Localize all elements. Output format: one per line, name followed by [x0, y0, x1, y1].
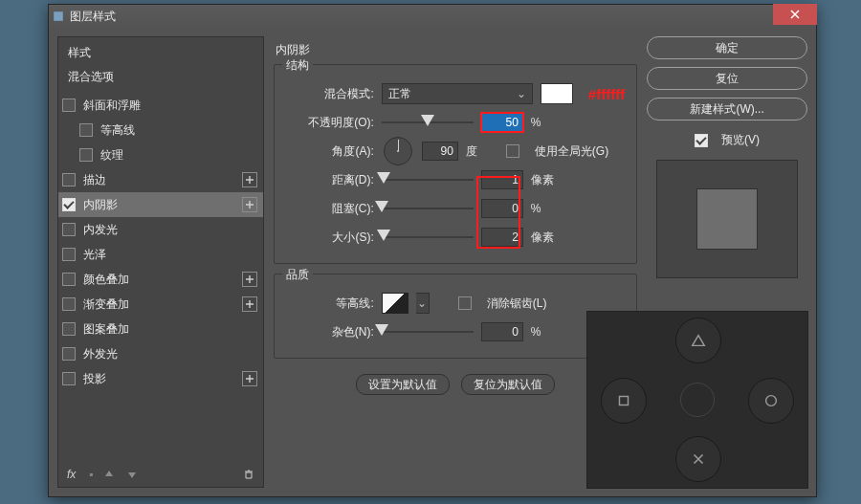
effect-checkbox[interactable] — [62, 223, 76, 236]
effect-label: 投影 — [83, 371, 106, 387]
effect-checkbox[interactable] — [62, 173, 76, 186]
reset-default-button[interactable]: 复位为默认值 — [461, 374, 555, 395]
effect-label: 渐变叠加 — [83, 296, 129, 313]
effect-row-0[interactable]: 斜面和浮雕 — [58, 93, 263, 118]
ok-button[interactable]: 确定 — [647, 36, 807, 59]
preview-box — [656, 160, 798, 278]
trash-icon[interactable] — [242, 468, 255, 481]
global-light-checkbox[interactable] — [506, 144, 519, 158]
effect-row-4[interactable]: 内阴影 — [58, 192, 263, 217]
make-default-button[interactable]: 设置为默认值 — [356, 374, 450, 395]
effect-label: 斜面和浮雕 — [83, 98, 141, 114]
effect-label: 光泽 — [83, 247, 106, 263]
effect-row-9[interactable]: 图案叠加 — [58, 317, 263, 341]
effect-row-2[interactable]: 纹理 — [58, 142, 263, 167]
preview-swatch — [696, 188, 758, 250]
distance-label: 距离(D): — [286, 172, 374, 188]
opacity-input[interactable]: 50 — [481, 113, 523, 132]
svg-text:fx: fx — [67, 469, 77, 480]
noise-input[interactable]: 0 — [481, 322, 523, 341]
effect-row-5[interactable]: 内发光 — [58, 217, 263, 242]
close-button[interactable] — [773, 4, 817, 25]
chevron-down-icon: ⌄ — [517, 87, 526, 100]
angle-unit: 度 — [466, 143, 493, 160]
effect-label: 图案叠加 — [83, 321, 129, 338]
choke-input[interactable]: 0 — [481, 199, 523, 218]
effect-row-10[interactable]: 外发光 — [58, 341, 263, 366]
size-input[interactable]: 2 — [481, 228, 523, 247]
effect-label: 外发光 — [83, 346, 118, 362]
layer-style-dialog: 图层样式 样式 混合选项 斜面和浮雕等高线纹理描边内阴影内发光光泽颜色叠加渐变叠… — [48, 4, 817, 497]
svg-point-3 — [766, 396, 777, 406]
contour-label: 等高线: — [286, 296, 374, 312]
dpad-square-button[interactable] — [601, 378, 647, 424]
effect-row-7[interactable]: 颜色叠加 — [58, 267, 263, 292]
effect-label: 颜色叠加 — [83, 272, 129, 288]
fx-icon[interactable]: fx — [66, 468, 79, 481]
blend-mode-label: 混合模式: — [286, 86, 374, 102]
effect-label: 纹理 — [100, 147, 123, 164]
effect-checkbox[interactable] — [62, 99, 76, 112]
noise-slider[interactable] — [382, 325, 474, 339]
effect-row-8[interactable]: 渐变叠加 — [58, 292, 263, 317]
effect-checkbox[interactable] — [62, 248, 76, 261]
move-up-icon[interactable] — [102, 468, 116, 481]
add-effect-icon[interactable] — [242, 371, 257, 386]
contour-caret[interactable]: ⌄ — [416, 293, 430, 314]
quality-fieldset: 品质 等高线: ⌄ 消除锯齿(L) 杂色(N): 0 % — [274, 274, 637, 359]
blend-options-row[interactable]: 混合选项 — [58, 65, 263, 93]
add-effect-icon[interactable] — [242, 296, 257, 312]
choke-slider[interactable] — [382, 202, 474, 215]
opacity-slider[interactable] — [382, 116, 474, 129]
effect-checkbox[interactable] — [62, 273, 76, 286]
dpad-triangle-button[interactable] — [675, 318, 721, 363]
antialias-checkbox[interactable] — [458, 296, 472, 310]
structure-fieldset: 结构 混合模式: 正常 ⌄ #ffffff 不透明度(O): — [274, 64, 637, 264]
effect-row-11[interactable]: 投影 — [58, 366, 263, 391]
dpad-circle-button[interactable] — [748, 378, 794, 424]
effect-row-6[interactable]: 光泽 — [58, 242, 263, 267]
contour-picker[interactable] — [382, 293, 408, 314]
size-slider[interactable] — [382, 230, 474, 244]
effect-row-1[interactable]: 等高线 — [58, 118, 263, 142]
svg-rect-0 — [54, 11, 63, 21]
blend-mode-select[interactable]: 正常 ⌄ — [382, 83, 533, 104]
noise-label: 杂色(N): — [286, 324, 374, 340]
angle-input[interactable]: 90 — [422, 142, 458, 161]
app-icon — [53, 11, 64, 22]
preview-checkbox[interactable] — [695, 134, 708, 147]
quality-legend: 品质 — [282, 267, 313, 283]
effect-checkbox[interactable] — [62, 198, 76, 211]
effect-checkbox[interactable] — [62, 322, 76, 336]
blend-mode-value: 正常 — [388, 86, 411, 102]
effect-title: 内阴影 — [274, 36, 637, 64]
svg-rect-2 — [620, 397, 629, 405]
add-effect-icon[interactable] — [242, 172, 257, 187]
dpad-cross-button[interactable] — [675, 436, 721, 482]
effect-checkbox[interactable] — [79, 148, 93, 162]
effect-row-3[interactable]: 描边 — [58, 167, 263, 192]
effect-label: 内发光 — [83, 222, 118, 238]
effect-checkbox[interactable] — [62, 372, 76, 385]
distance-slider[interactable] — [382, 173, 474, 186]
effect-checkbox[interactable] — [79, 123, 93, 137]
choke-label: 阻塞(C): — [286, 201, 374, 217]
opacity-unit: % — [531, 116, 558, 129]
move-down-icon[interactable] — [125, 468, 139, 481]
new-style-button[interactable]: 新建样式(W)... — [647, 98, 807, 121]
angle-dial[interactable] — [384, 137, 412, 165]
effect-label: 描边 — [83, 172, 106, 188]
antialias-label: 消除锯齿(L) — [487, 296, 547, 312]
distance-input[interactable]: 1 — [481, 170, 523, 189]
effect-checkbox[interactable] — [62, 297, 76, 311]
titlebar[interactable]: 图层样式 — [49, 5, 816, 28]
color-swatch[interactable] — [541, 83, 573, 104]
choke-unit: % — [531, 202, 558, 215]
effect-checkbox[interactable] — [62, 347, 76, 361]
hex-annotation: #ffffff — [588, 86, 625, 102]
effects-list: 斜面和浮雕等高线纹理描边内阴影内发光光泽颜色叠加渐变叠加图案叠加外发光投影 — [58, 93, 263, 462]
add-effect-icon[interactable] — [242, 272, 257, 287]
add-effect-icon[interactable] — [242, 197, 257, 212]
cancel-button[interactable]: 复位 — [647, 67, 807, 90]
noise-unit: % — [531, 325, 558, 339]
